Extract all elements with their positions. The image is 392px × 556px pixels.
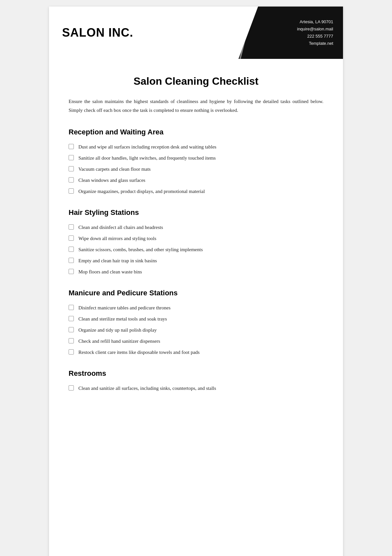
list-item: Vacuum carpets and clean floor mats [69, 165, 323, 173]
checkbox[interactable] [69, 155, 74, 160]
checkbox[interactable] [69, 177, 74, 182]
logo-area: SALON INC. [49, 7, 238, 59]
intro-paragraph: Ensure the salon maintains the highest s… [69, 97, 323, 115]
list-item: Clean and disinfect all chairs and headr… [69, 223, 323, 231]
header-contact: Artesia, LA 90701 inquire@salon.mail 222… [238, 7, 343, 59]
checklist-restrooms: Clean and sanitize all surfaces, includi… [69, 384, 323, 392]
checklist-item-text: Clean and sterilize metal tools and soak… [78, 315, 167, 323]
checklist-item-text: Organize magazines, product displays, an… [78, 187, 205, 195]
section-reception: Reception and Waiting AreaDust and wipe … [69, 128, 323, 195]
page-container: SALON INC. Artesia, LA 90701 inquire@sal… [49, 7, 343, 556]
list-item: Clean and sterilize metal tools and soak… [69, 315, 323, 323]
checkbox[interactable] [69, 224, 74, 230]
contact-details: Artesia, LA 90701 inquire@salon.mail 222… [297, 18, 333, 47]
checklist-reception: Dust and wipe all surfaces including rec… [69, 143, 323, 195]
list-item: Mop floors and clean waste bins [69, 268, 323, 276]
website-line: Template.net [297, 40, 333, 47]
checklist-item-text: Vacuum carpets and clean floor mats [78, 165, 151, 173]
checklist-item-text: Clean windows and glass surfaces [78, 176, 145, 184]
checkbox[interactable] [69, 327, 74, 332]
checkbox[interactable] [69, 349, 74, 355]
sections-container: Reception and Waiting AreaDust and wipe … [69, 128, 323, 392]
checklist-manicure: Disinfect manicure tables and pedicure t… [69, 304, 323, 356]
checklist-item-text: Restock client care items like disposabl… [78, 348, 200, 356]
list-item: Wipe down all mirrors and styling tools [69, 235, 323, 242]
list-item: Check and refill hand sanitizer dispense… [69, 337, 323, 345]
header: SALON INC. Artesia, LA 90701 inquire@sal… [49, 7, 343, 59]
page-title: Salon Cleaning Checklist [69, 75, 323, 87]
checklist-item-text: Empty and clean hair trap in sink basins [78, 257, 157, 265]
checkbox[interactable] [69, 258, 74, 263]
checkbox[interactable] [69, 166, 74, 171]
main-content: Salon Cleaning Checklist Ensure the salo… [49, 59, 343, 425]
list-item: Sanitize all door handles, light switche… [69, 154, 323, 162]
section-title-restrooms: Restrooms [69, 369, 323, 378]
section-title-hair-styling: Hair Styling Stations [69, 208, 323, 217]
svg-line-1 [240, 7, 253, 59]
phone-line: 222 555 7777 [297, 33, 333, 40]
checkbox[interactable] [69, 144, 74, 149]
checklist-hair-styling: Clean and disinfect all chairs and headr… [69, 223, 323, 276]
list-item: Organize magazines, product displays, an… [69, 187, 323, 195]
checkbox[interactable] [69, 305, 74, 310]
checkbox[interactable] [69, 235, 74, 241]
checkbox[interactable] [69, 269, 74, 274]
list-item: Clean windows and glass surfaces [69, 176, 323, 184]
list-item: Empty and clean hair trap in sink basins [69, 257, 323, 265]
checkbox[interactable] [69, 338, 74, 343]
checklist-item-text: Wipe down all mirrors and styling tools [78, 235, 156, 242]
list-item: Disinfect manicure tables and pedicure t… [69, 304, 323, 312]
checkbox[interactable] [69, 316, 74, 321]
checklist-item-text: Sanitize all door handles, light switche… [78, 154, 216, 162]
checklist-item-text: Clean and sanitize all surfaces, includi… [78, 384, 216, 392]
section-title-reception: Reception and Waiting Area [69, 128, 323, 136]
email-line: inquire@salon.mail [297, 26, 333, 33]
checklist-item-text: Disinfect manicure tables and pedicure t… [78, 304, 171, 312]
checklist-item-text: Sanitize scissors, combs, brushes, and o… [78, 246, 203, 253]
section-title-manicure: Manicure and Pedicure Stations [69, 289, 323, 297]
checkbox[interactable] [69, 188, 74, 194]
list-item: Restock client care items like disposabl… [69, 348, 323, 356]
section-hair-styling: Hair Styling StationsClean and disinfect… [69, 208, 323, 276]
list-item: Organize and tidy up nail polish display [69, 326, 323, 334]
company-logo: SALON INC. [62, 26, 133, 40]
checklist-item-text: Check and refill hand sanitizer dispense… [78, 337, 160, 345]
checklist-item-text: Dust and wipe all surfaces including rec… [78, 143, 216, 151]
list-item: Sanitize scissors, combs, brushes, and o… [69, 246, 323, 253]
section-manicure: Manicure and Pedicure StationsDisinfect … [69, 289, 323, 356]
list-item: Dust and wipe all surfaces including rec… [69, 143, 323, 151]
list-item: Clean and sanitize all surfaces, includi… [69, 384, 323, 392]
section-restrooms: RestroomsClean and sanitize all surfaces… [69, 369, 323, 392]
checklist-item-text: Clean and disinfect all chairs and headr… [78, 223, 163, 231]
checkbox[interactable] [69, 385, 74, 391]
checklist-item-text: Mop floors and clean waste bins [78, 268, 142, 276]
checkbox[interactable] [69, 247, 74, 252]
address-line: Artesia, LA 90701 [297, 18, 333, 26]
checklist-item-text: Organize and tidy up nail polish display [78, 326, 157, 334]
